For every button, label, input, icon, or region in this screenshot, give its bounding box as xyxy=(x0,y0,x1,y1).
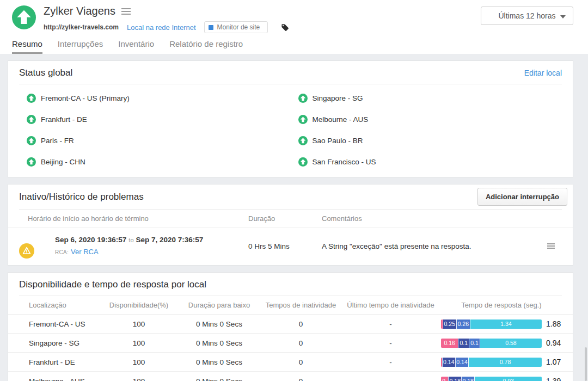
response-time-cell: 0.0.180.180.931.39 xyxy=(441,377,565,381)
tab-resumo[interactable]: Resumo xyxy=(12,39,42,54)
tab-invent-rio[interactable]: Inventário xyxy=(118,39,154,54)
page-header: Zylker Viagens http://zylker-travels.com… xyxy=(0,0,588,54)
main-content: Status global Editar local Fremont-CA - … xyxy=(0,54,588,381)
downtime-duration-cell: 0 Mins 0 Secs xyxy=(177,358,261,366)
view-rca-link[interactable]: Ver RCA xyxy=(71,248,99,256)
availability-title: Disponibilidade e tempo de resposta por … xyxy=(19,279,206,290)
outage-period: Sep 6, 2020 19:36:57toSep 7, 2020 7:36:5… xyxy=(55,236,240,244)
outage-start: Sep 6, 2020 19:36:57 xyxy=(55,236,126,244)
status-location: Fremont-CA - US (Primary) xyxy=(19,88,291,109)
bar-segment: 0. xyxy=(441,377,448,381)
time-range-value: Últimas 12 horas xyxy=(498,11,555,20)
monitor-menu-icon[interactable] xyxy=(121,7,131,16)
row-actions-menu-icon[interactable] xyxy=(547,242,555,250)
table-row: Singapore - SG1000 Mins 0 Secs0-0.160.10… xyxy=(8,334,573,353)
status-global-card: Status global Editar local Fremont-CA - … xyxy=(8,60,573,177)
host-link[interactable]: Local na rede Internet xyxy=(127,23,195,32)
availability-card: Disponibilidade e tempo de resposta por … xyxy=(8,272,573,381)
column-header: Comentários xyxy=(313,214,540,223)
availability-cell: 100 xyxy=(101,320,177,328)
location-cell: Singapore - SG xyxy=(19,339,101,347)
availability-cell: 100 xyxy=(101,339,177,347)
location-cell: Frankfurt - DE xyxy=(19,358,101,366)
status-location: Paris - FR xyxy=(19,130,291,151)
bar-segment: 0.16 xyxy=(441,339,458,348)
last-downtime-cell: - xyxy=(340,320,441,328)
response-time-bar: 0.0.180.180.93 xyxy=(441,377,542,381)
tab-interrup-es[interactable]: Interrupções xyxy=(58,39,103,54)
time-range-select[interactable]: Últimas 12 horas xyxy=(481,7,573,25)
location-cell: Melbourne - AUS xyxy=(19,377,101,381)
outage-table-header: Horário de início ao horário de término … xyxy=(8,210,573,228)
monitor-type-icon xyxy=(209,25,213,30)
bar-segment: 0.26 xyxy=(456,319,470,329)
page-title: Zylker Viagens xyxy=(44,5,115,17)
status-up-icon xyxy=(298,136,308,145)
outage-duration: 0 Hrs 5 Mins xyxy=(240,242,313,250)
outage-history-title: Inativo/Histórico de problemas xyxy=(19,192,144,202)
location-label: Singapore - SG xyxy=(313,94,363,102)
status-up-icon xyxy=(298,94,308,103)
downtime-count-cell: 0 xyxy=(261,358,340,366)
location-label: San Francisco - US xyxy=(313,158,376,166)
response-time-total: 1.07 xyxy=(546,358,565,366)
monitor-type-label: Monitor de site xyxy=(217,23,260,31)
availability-cell: 100 xyxy=(101,358,177,366)
tab-relat-rio-de-registro[interactable]: Relatório de registro xyxy=(169,39,243,54)
bar-segment: 0.1 xyxy=(458,339,469,348)
downtime-count-cell: 0 xyxy=(261,339,340,347)
status-up-icon xyxy=(298,115,308,124)
location-cell: Fremont-CA - US xyxy=(19,320,101,328)
column-header: Localização xyxy=(19,301,101,309)
table-row: Fremont-CA - US1000 Mins 0 Secs0-0.250.2… xyxy=(8,315,573,334)
downtime-count-cell: 0 xyxy=(261,320,340,328)
last-downtime-cell: - xyxy=(340,358,441,366)
bar-segment: 0.18 xyxy=(448,377,461,381)
rca-label: RCA: xyxy=(55,249,69,255)
table-row: Melbourne - AUS1000 Mins 0 Secs0-0.0.180… xyxy=(8,372,573,381)
status-up-icon xyxy=(27,94,36,103)
last-downtime-cell: - xyxy=(340,377,441,381)
edit-location-link[interactable]: Editar local xyxy=(524,69,562,77)
status-location: San Francisco - US xyxy=(291,151,562,173)
status-locations: Fremont-CA - US (Primary)Singapore - SGF… xyxy=(8,84,573,177)
response-time-cell: 0.160.10.10.580.94 xyxy=(441,339,565,348)
column-header: Duração para baixo xyxy=(177,301,261,309)
response-time-total: 0.94 xyxy=(546,339,565,347)
column-header: Tempo de resposta (seg.) xyxy=(441,301,562,309)
status-up-icon xyxy=(27,157,36,167)
warning-icon xyxy=(19,243,55,259)
bar-segment: 0.93 xyxy=(474,377,542,381)
bar-segment: 1.34 xyxy=(470,319,542,329)
outage-row: Sep 6, 2020 19:36:57toSep 7, 2020 7:36:5… xyxy=(8,228,573,265)
outage-history-card: Inativo/Histórico de problemas Adicionar… xyxy=(8,184,573,266)
add-outage-button[interactable]: Adicionar interrupção xyxy=(477,188,567,206)
bar-segment: 0.18 xyxy=(461,377,474,381)
status-up-icon xyxy=(27,115,36,124)
vertical-scrollbar[interactable] xyxy=(585,347,587,381)
status-up-icon xyxy=(27,136,36,145)
bar-segment: 0.14 xyxy=(455,358,468,367)
availability-header: LocalizaçãoDisponibilidade(%)Duração par… xyxy=(8,296,573,315)
response-time-cell: 0.250.261.341.88 xyxy=(441,319,565,329)
bar-segment: 0.78 xyxy=(468,358,542,367)
status-location: Frankfurt - DE xyxy=(19,109,291,130)
monitor-type-badge: Monitor de site xyxy=(204,21,268,33)
status-up-icon xyxy=(298,157,308,167)
status-global-title: Status global xyxy=(19,67,72,78)
response-time-bar: 0.160.10.10.58 xyxy=(441,339,542,348)
downtime-duration-cell: 0 Mins 0 Secs xyxy=(177,339,261,347)
response-time-bar: 0.250.261.34 xyxy=(441,319,542,329)
status-location: Sao Paulo - BR xyxy=(291,130,562,151)
last-downtime-cell: - xyxy=(340,339,441,347)
bar-segment: 0.58 xyxy=(480,339,542,348)
tag-icon[interactable] xyxy=(280,23,290,32)
response-time-bar: 0.140.140.78 xyxy=(441,358,542,367)
response-time-cell: 0.140.140.781.07 xyxy=(441,358,565,367)
tab-bar: ResumoInterrupçõesInventárioRelatório de… xyxy=(12,39,573,54)
monitor-url: http://zylker-travels.com xyxy=(44,23,119,31)
bar-segment: 0.14 xyxy=(442,358,455,367)
column-header: Último tempo de inatividade xyxy=(340,301,441,309)
availability-cell: 100 xyxy=(101,377,177,381)
availability-rows: Fremont-CA - US1000 Mins 0 Secs0-0.250.2… xyxy=(8,315,573,381)
